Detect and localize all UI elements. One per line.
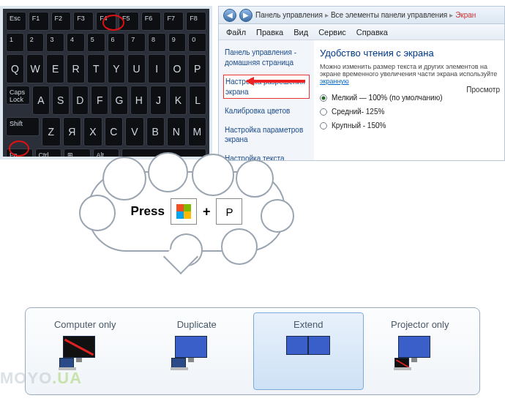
key-r: R (67, 54, 85, 83)
menu-help[interactable]: Справка (356, 28, 388, 37)
key-shift: Shift (6, 117, 40, 136)
option-label: Extend (293, 319, 323, 330)
key-win: ⊞ (64, 149, 91, 160)
instruction-cloud: Press + P (88, 171, 307, 288)
sidebar: Панель управления - домашняя страница На… (219, 40, 314, 161)
option-label: Duplicate (177, 319, 217, 330)
key-j: J (150, 86, 168, 115)
key-e: E (46, 54, 64, 83)
highlight-fn-key (9, 140, 29, 157)
key-6: 6 (108, 33, 126, 52)
menu-file[interactable]: Файл (226, 28, 246, 37)
option-label: Computer only (54, 319, 116, 330)
page-description: Можно изменить размер текста и других эл… (320, 63, 498, 85)
key-q: Q (6, 54, 24, 83)
key-v: V (125, 117, 143, 146)
radio-large[interactable] (320, 122, 327, 130)
key-i: I (148, 54, 166, 83)
red-arrow-annotation (252, 78, 314, 84)
breadcrumb-item[interactable]: Панель управления (255, 11, 323, 19)
key-m: M (188, 117, 206, 146)
menu-service[interactable]: Сервис (318, 28, 346, 37)
breadcrumb-item[interactable]: Все элементы панели управления (331, 11, 447, 19)
key-x: X (83, 117, 102, 146)
key-f2: F2 (51, 12, 72, 31)
key-capslock: Caps Lock (6, 86, 30, 105)
key-l: L (189, 86, 206, 115)
highlight-f4-key (102, 15, 124, 31)
key-9: 9 (168, 33, 187, 52)
radio-large-label: Крупный - 150% (332, 121, 386, 130)
option-projector-only[interactable]: Projector only (365, 312, 476, 390)
plus-sign: + (203, 204, 211, 220)
key-b: B (146, 117, 165, 146)
key-1: 1 (6, 33, 24, 52)
key-g: G (111, 86, 128, 115)
sidebar-params[interactable]: Настройка параметров экрана (223, 124, 310, 146)
menu-bar: Файл Правка Вид Сервис Справка (219, 24, 504, 40)
magnifier-link[interactable]: экранную (320, 78, 349, 85)
radio-small-label: Мелкий — 100% (по умолчанию) (332, 94, 442, 102)
p-key-icon: P (216, 198, 242, 225)
key-4: 4 (67, 33, 85, 52)
key-z: Z (42, 117, 60, 146)
option-extend[interactable]: Extend (253, 312, 364, 390)
sidebar-calibration[interactable]: Калибровка цветов (223, 105, 310, 118)
windows-key-icon (171, 198, 197, 225)
page-title: Удобство чтения с экрана (320, 48, 498, 59)
monitor-icon (175, 336, 219, 365)
key-ctrl: Ctrl (35, 149, 62, 160)
key-n: N (167, 117, 185, 146)
key-a: A (32, 86, 50, 115)
key-o: O (168, 54, 187, 83)
key-u: U (127, 54, 146, 83)
key-7: 7 (127, 33, 146, 52)
key-8: 8 (148, 33, 166, 52)
key-5: 5 (87, 33, 105, 52)
key-2: 2 (26, 33, 45, 52)
key-p: P (188, 54, 206, 83)
radio-medium[interactable] (320, 108, 327, 116)
back-button[interactable]: ◀ (223, 9, 236, 22)
keyboard-photo: EscF1F2F3F4F5F6F7F8 1234567890 QWERTYUIO… (0, 6, 212, 160)
key-f6: F6 (141, 12, 162, 31)
key-t: T (87, 54, 105, 83)
monitor-icon (63, 336, 107, 365)
breadcrumb[interactable]: Панель управления▸ Все элементы панели у… (255, 11, 476, 19)
menu-edit[interactable]: Правка (256, 28, 283, 37)
monitor-icon (286, 336, 330, 365)
radio-small[interactable] (320, 94, 327, 102)
forward-button[interactable]: ▶ (239, 9, 252, 22)
key-0: 0 (188, 33, 206, 52)
key-3: 3 (46, 33, 64, 52)
radio-medium-label: Средний- 125% (332, 108, 384, 116)
key-y: Y (108, 54, 126, 83)
key-c: C (105, 117, 123, 146)
sidebar-cleartype[interactable]: Настройка текста ClearType (223, 152, 310, 162)
menu-view[interactable]: Вид (293, 28, 308, 37)
key-f7: F7 (163, 12, 184, 31)
key-d: D (72, 86, 89, 115)
sidebar-home[interactable]: Панель управления - домашняя страница (223, 46, 310, 69)
main-panel: Удобство чтения с экрана Можно изменить … (314, 40, 504, 161)
key-f3: F3 (73, 12, 94, 31)
project-menu: Computer only Duplicate Extend Projector… (25, 307, 480, 395)
key-f8: F8 (186, 12, 206, 31)
key-esc: Esc (6, 12, 26, 31)
press-label: Press (131, 204, 165, 219)
key-h: H (130, 86, 148, 115)
key-f1: F1 (29, 12, 49, 31)
watermark: MOYO.UA (0, 369, 82, 388)
key-ya: Я (63, 117, 81, 146)
monitor-icon (398, 336, 442, 365)
key-f: F (91, 86, 108, 115)
control-panel-window: ◀ ▶ Панель управления▸ Все элементы пане… (218, 6, 505, 161)
breadcrumb-item-current[interactable]: Экран (455, 11, 476, 19)
window-nav-bar: ◀ ▶ Панель управления▸ Все элементы пане… (219, 7, 504, 24)
option-duplicate[interactable]: Duplicate (142, 312, 252, 390)
key-w: W (26, 54, 45, 83)
option-label: Projector only (391, 319, 449, 330)
key-k: K (169, 86, 187, 115)
key-s: S (52, 86, 70, 115)
preview-label: Просмотр (466, 86, 500, 94)
